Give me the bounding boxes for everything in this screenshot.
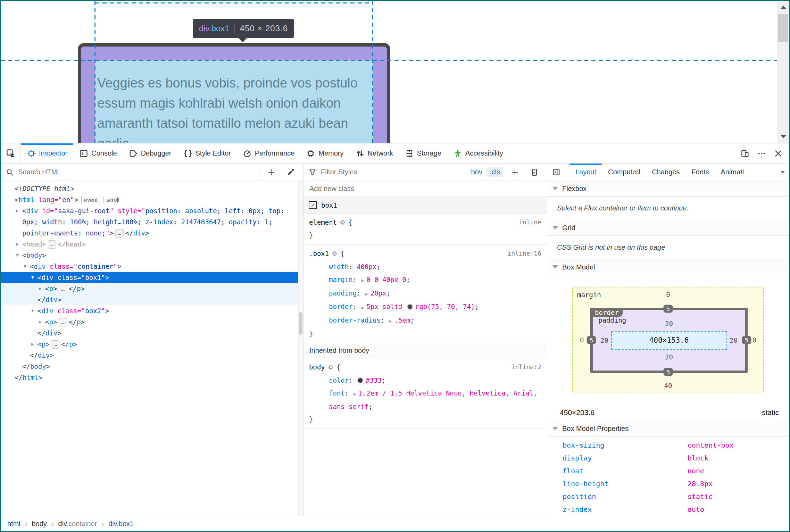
add-rule-button[interactable] — [507, 165, 523, 180]
padding-bottom-value[interactable]: 20 — [593, 353, 745, 361]
markup-node[interactable]: ▼<body> — [1, 250, 303, 261]
ellipsis-badge[interactable]: … — [115, 229, 124, 238]
markup-node[interactable]: ▶<head>…</head> — [1, 239, 303, 250]
border-bottom-value[interactable]: 5 — [664, 368, 673, 376]
scroll-down-icon[interactable] — [780, 135, 787, 138]
tab-inspector[interactable]: Inspector — [21, 143, 73, 163]
breadcrumb-item[interactable]: div.box1 — [108, 520, 134, 528]
scrollbar-thumb[interactable] — [778, 14, 788, 42]
markup-node[interactable]: ▼<div class="box2"> — [1, 305, 303, 316]
eyedropper-button[interactable] — [283, 165, 298, 180]
add-class-input[interactable]: Add new class — [303, 181, 547, 197]
tab-memory[interactable]: Memory — [300, 143, 349, 163]
tab-performance[interactable]: Performance — [237, 143, 301, 163]
rule-source-link[interactable]: inline:2 — [511, 361, 541, 373]
styles-filter-bar[interactable]: Filter Styles :hov .cls — [303, 164, 547, 181]
property-name[interactable]: z-index — [547, 505, 688, 514]
sidebar-tab-fonts[interactable]: Fonts — [685, 164, 715, 181]
tab-console[interactable]: Console — [73, 143, 123, 163]
ellipsis-badge[interactable]: … — [51, 340, 59, 349]
markup-node[interactable]: <!DOCTYPE html> — [1, 183, 303, 194]
padding-right-value[interactable]: 20 — [730, 336, 738, 344]
breadcrumb-item[interactable]: body — [32, 520, 47, 528]
markup-node[interactable]: <html lang="en">eventscroll — [1, 194, 303, 205]
class-panel-toggle[interactable]: .cls — [487, 167, 503, 177]
markup-node[interactable]: ▼<div class="box1"> — [1, 272, 303, 283]
tab-style-editor[interactable]: Style Editor — [177, 143, 237, 163]
rule-selector[interactable]: element — [309, 218, 337, 226]
ellipsis-badge[interactable]: … — [48, 240, 56, 249]
scroll-up-icon[interactable] — [780, 6, 787, 9]
rule-source-link[interactable]: inline — [519, 216, 541, 228]
devtools-menu-button[interactable] — [754, 146, 769, 161]
highlight-target-icon[interactable] — [339, 217, 346, 229]
collapse-arrow-icon[interactable]: ▼ — [16, 250, 19, 261]
event-badge[interactable]: event — [81, 196, 100, 204]
class-checkbox[interactable]: ✓ — [309, 201, 317, 209]
markup-node[interactable]: </body> — [1, 361, 303, 372]
ellipsis-badge[interactable]: … — [59, 318, 67, 326]
property-name[interactable]: line-height — [547, 480, 688, 488]
responsive-mode-button[interactable] — [737, 146, 752, 161]
css-declaration[interactable]: color: #333; — [309, 374, 541, 387]
rule-source-link[interactable]: inline:16 — [507, 248, 541, 259]
filter-input-placeholder[interactable]: Filter Styles — [321, 168, 357, 176]
markup-node[interactable]: </html> — [1, 372, 303, 383]
breadcrumb-item[interactable]: div.container — [58, 520, 97, 528]
boxmodel-properties-header[interactable]: Box Model Properties — [547, 421, 789, 437]
pseudo-class-toggle[interactable]: :hov — [469, 168, 482, 176]
flexbox-section-header[interactable]: Flexbox — [547, 181, 789, 197]
expand-arrow-icon[interactable]: ▶ — [16, 239, 19, 250]
padding-top-value[interactable]: 20 — [593, 320, 745, 327]
margin-right-value[interactable]: 0 — [752, 336, 756, 344]
tab-storage[interactable]: Storage — [399, 143, 447, 163]
tab-network[interactable]: Network — [350, 143, 399, 163]
scroll-badge[interactable]: scroll — [103, 196, 122, 204]
color-swatch[interactable] — [407, 304, 413, 310]
property-name[interactable]: float — [547, 467, 688, 475]
markup-node[interactable]: </div> — [1, 350, 303, 361]
search-input-placeholder[interactable]: Search HTML — [18, 168, 61, 176]
scrollbar-thumb[interactable] — [299, 312, 302, 334]
collapse-arrow-icon[interactable]: ▼ — [24, 261, 26, 272]
property-name[interactable]: box-sizing — [547, 441, 688, 449]
css-declaration[interactable]: width: 400px; — [309, 260, 541, 273]
breadcrumb-item[interactable]: html — [7, 520, 20, 528]
markup-scrollbar[interactable] — [298, 181, 303, 516]
css-declaration[interactable]: margin: ▶0 0 40px 0; — [309, 273, 541, 287]
markup-node[interactable]: ▶<p>…</p> — [1, 316, 303, 327]
close-devtools-button[interactable] — [771, 146, 786, 161]
collapse-arrow-icon[interactable]: ▼ — [31, 305, 34, 316]
sidebar-tab-computed[interactable]: Computed — [602, 164, 646, 181]
markup-node[interactable]: </div> — [1, 294, 303, 305]
highlight-target-icon[interactable] — [331, 249, 338, 260]
rule-selector[interactable]: body — [309, 363, 325, 371]
css-declaration[interactable]: border-radius: ▶.5em; — [309, 314, 541, 327]
markup-node[interactable]: ▶<p>…</p> — [1, 283, 303, 294]
border-top-value[interactable]: 5 — [664, 305, 673, 313]
property-name[interactable]: position — [547, 492, 688, 501]
markup-node[interactable]: ▶<p>…</p> — [1, 339, 303, 350]
content-box[interactable]: 400×153.6 — [611, 331, 727, 350]
sidebar-expand-button[interactable] — [547, 164, 565, 181]
sidebar-tab-changes[interactable]: Changes — [646, 164, 685, 181]
expand-arrow-icon[interactable]: ▶ — [31, 339, 34, 350]
expand-arrow-icon[interactable]: ▶ — [16, 205, 19, 216]
css-declaration[interactable]: padding: ▶20px; — [309, 287, 541, 300]
boxmodel-section-header[interactable]: Box Model — [547, 259, 789, 275]
markup-search-bar[interactable]: Search HTML — [1, 164, 303, 181]
border-left-value[interactable]: 5 — [587, 336, 596, 344]
page-scrollbar[interactable] — [777, 1, 789, 143]
tab-debugger[interactable]: Debugger — [123, 143, 177, 163]
add-node-button[interactable] — [264, 165, 279, 180]
css-declaration[interactable]: border: ▶5px solid rgb(75, 70, 74); — [309, 300, 541, 314]
css-declaration[interactable]: font: ▶1.2em / 1.5 Helvetica Neue, Helve… — [309, 387, 541, 413]
highlight-target-icon[interactable] — [327, 362, 334, 374]
property-name[interactable]: display — [547, 454, 688, 462]
expand-arrow-icon[interactable]: ▶ — [39, 316, 42, 327]
margin-bottom-value[interactable]: 40 — [573, 382, 763, 389]
ellipsis-badge[interactable]: … — [59, 285, 67, 293]
markup-node[interactable]: ▼<div class="container"> — [1, 261, 303, 272]
color-swatch[interactable] — [357, 377, 363, 383]
rule-selector[interactable]: .box1 — [309, 250, 329, 257]
